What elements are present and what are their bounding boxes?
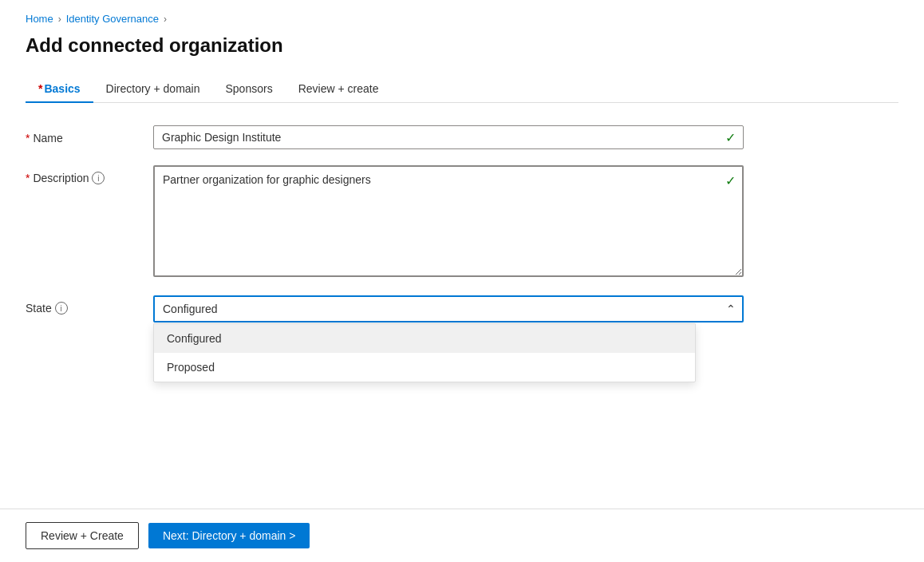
breadcrumb-sep-2: › [164, 14, 167, 25]
state-dropdown[interactable]: Configured [153, 295, 744, 323]
description-check-icon: ✓ [725, 173, 736, 188]
tab-directory-domain[interactable]: Directory + domain [93, 76, 213, 103]
state-label: State i [26, 295, 137, 315]
description-label: * Description i [26, 165, 137, 184]
name-label: * Name [26, 125, 137, 144]
name-required-star: * [26, 132, 30, 144]
breadcrumb: Home › Identity Governance › [26, 13, 898, 25]
state-dropdown-panel: Configured Proposed [153, 323, 696, 382]
name-check-icon: ✓ [725, 130, 736, 145]
tab-basics[interactable]: *Basics [26, 76, 93, 103]
tabs-container: *Basics Directory + domain Sponsors Revi… [26, 76, 898, 103]
page-title: Add connected organization [26, 34, 898, 57]
state-info-icon[interactable]: i [55, 302, 68, 315]
footer: Review + Create Next: Directory + domain… [0, 509, 924, 562]
breadcrumb-sep-1: › [58, 14, 61, 25]
tab-basics-star: * [38, 82, 42, 95]
tab-review-create[interactable]: Review + create [286, 76, 392, 103]
description-textarea[interactable]: Partner organization for graphic designe… [153, 165, 744, 277]
review-create-button[interactable]: Review + Create [26, 522, 139, 549]
state-row: State i Configured ⌃ Configured Proposed [26, 295, 744, 323]
description-row: * Description i Partner organization for… [26, 165, 744, 279]
description-required-star: * [26, 172, 30, 184]
state-option-proposed[interactable]: Proposed [154, 353, 695, 382]
name-input[interactable] [153, 125, 744, 149]
description-info-icon[interactable]: i [92, 172, 105, 184]
breadcrumb-home[interactable]: Home [26, 13, 53, 25]
description-field-wrapper: Partner organization for graphic designe… [153, 165, 744, 279]
form-section: * Name ✓ * Description i Partner organiz… [26, 125, 744, 323]
name-field-wrapper: ✓ [153, 125, 744, 149]
breadcrumb-identity-governance[interactable]: Identity Governance [66, 13, 159, 25]
state-field-wrapper: Configured ⌃ Configured Proposed [153, 295, 744, 323]
state-option-configured[interactable]: Configured [154, 324, 695, 353]
name-row: * Name ✓ [26, 125, 744, 149]
next-directory-domain-button[interactable]: Next: Directory + domain > [148, 523, 310, 548]
tab-sponsors[interactable]: Sponsors [213, 76, 286, 103]
